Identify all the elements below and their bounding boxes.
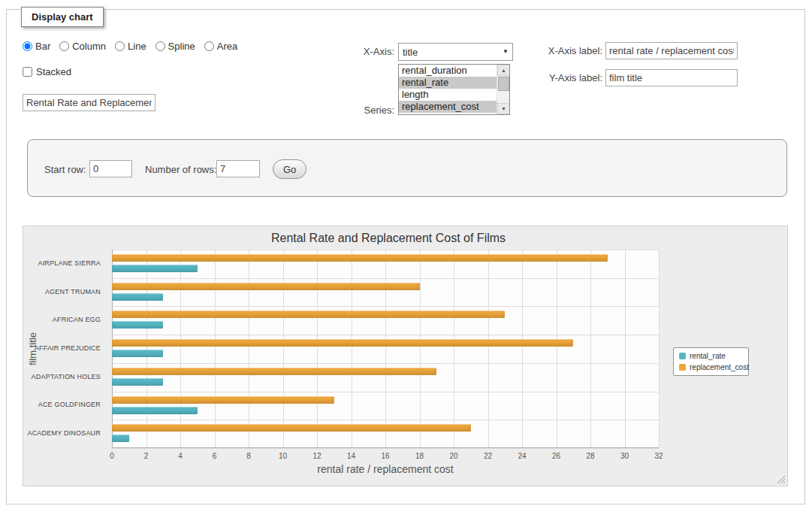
gridline-vertical [557, 250, 557, 448]
bar-rental_rate [112, 265, 198, 272]
bar-replacement_cost [112, 254, 608, 262]
gridline-vertical [249, 250, 249, 448]
bar-rental_rate [112, 321, 163, 329]
chart-type-label: Column [72, 41, 106, 52]
plot-area [112, 250, 659, 448]
gridline-vertical [522, 250, 523, 448]
legend-label: rental_rate [690, 352, 726, 360]
x-tick-label: 16 [381, 452, 389, 460]
stacked-option[interactable]: Stacked [23, 66, 71, 77]
chart-panel: Rental Rate and Replacement Cost of Film… [23, 226, 788, 486]
series-listbox: rental_durationrental_ratelengthreplacem… [398, 64, 510, 115]
series-option-length[interactable]: length [399, 89, 497, 101]
resize-grip-icon[interactable] [777, 475, 786, 484]
gridline-vertical [625, 250, 626, 448]
gridline-vertical [590, 250, 591, 448]
x-tick-label: 28 [586, 452, 594, 460]
legend-swatch-replacement_cost [679, 364, 686, 371]
series-option-rental_rate[interactable]: rental_rate [399, 77, 497, 89]
series-option-rental_duration[interactable]: rental_duration [399, 65, 497, 77]
chart-type-label: Area [217, 41, 237, 52]
stacked-checkbox[interactable] [23, 67, 32, 77]
chart-title: Rental Rate and Replacement Cost of Film… [23, 232, 753, 245]
chart-type-radio-bar[interactable] [23, 41, 32, 51]
x-tick-label: 22 [484, 452, 492, 460]
legend-item-rental_rate[interactable]: rental_rate [679, 352, 743, 360]
legend-item-replacement_cost[interactable]: replacement_cost [679, 363, 743, 371]
scrollbar-down-arrow-icon[interactable]: ▼ [497, 103, 510, 114]
bar-replacement_cost [112, 396, 334, 404]
gridline-vertical [659, 250, 660, 448]
chart-type-radio-column[interactable] [59, 41, 69, 51]
x-tick-label: 18 [415, 452, 424, 460]
bar-replacement_cost [112, 368, 436, 375]
y-axis-label-input[interactable] [605, 69, 738, 86]
bar-replacement_cost [112, 424, 471, 432]
y-axis-line [112, 250, 113, 448]
go-button[interactable]: Go [273, 159, 306, 179]
page-title: Display chart [21, 7, 104, 27]
category-label: AIRPLANE SIERRA [23, 259, 107, 267]
chart-type-radio-spline[interactable] [155, 41, 165, 51]
chart-type-option[interactable]: Column [59, 41, 106, 52]
chart-type-radio-group: BarColumnLineSplineArea [23, 41, 237, 52]
scrollbar-thumb[interactable] [498, 77, 509, 91]
x-axis-select-label: X-Axis: [338, 46, 394, 57]
scrollbar-up-arrow-icon[interactable]: ▲ [497, 65, 510, 76]
x-axis-tick-labels: 02468101214161820222426283032 [112, 452, 659, 462]
gridline-vertical [488, 250, 489, 448]
chart-type-label: Line [128, 41, 146, 52]
chart-type-option[interactable]: Spline [155, 41, 195, 52]
gridline-vertical [420, 250, 421, 448]
series-option-replacement_cost[interactable]: replacement_cost [399, 101, 497, 113]
rows-panel: Start row: Number of rows: Go [27, 139, 787, 197]
x-tick-label: 6 [213, 452, 217, 460]
category-label: AGENT TRUMAN [23, 288, 107, 295]
chart-title-input[interactable] [23, 94, 155, 111]
gridline-vertical [146, 250, 147, 448]
x-tick-label: 2 [144, 452, 149, 460]
x-tick-label: 4 [178, 452, 183, 460]
x-axis-label-label: X-Axis label: [533, 45, 602, 56]
x-axis-title: rental rate / replacement cost [112, 463, 659, 475]
x-axis-select-wrap: title ▼ [398, 43, 513, 61]
chart-type-radio-line[interactable] [115, 41, 125, 51]
x-tick-label: 24 [518, 452, 526, 460]
gridline-vertical [454, 250, 454, 448]
x-tick-label: 10 [279, 452, 287, 460]
chart-type-option[interactable]: Bar [23, 41, 50, 52]
chart-legend: rental_ratereplacement_cost [673, 347, 749, 376]
gridline-vertical [215, 250, 216, 448]
chart-type-option[interactable]: Line [115, 41, 146, 52]
gridline-vertical [385, 250, 386, 448]
start-row-input[interactable] [89, 160, 132, 177]
series-scrollbar[interactable]: ▲ ▼ [497, 65, 509, 114]
stacked-label: Stacked [36, 66, 71, 77]
bar-replacement_cost [112, 339, 573, 347]
chart-type-radio-area[interactable] [204, 41, 214, 51]
number-of-rows-input[interactable] [216, 160, 260, 177]
category-label: ACADEMY DINOSAUR [23, 429, 107, 437]
chart-type-label: Spline [168, 41, 195, 52]
gridline-horizontal [112, 448, 659, 449]
bar-rental_rate [112, 293, 163, 301]
bar-replacement_cost [112, 311, 505, 318]
x-tick-label: 14 [347, 452, 355, 460]
bar-replacement_cost [112, 283, 420, 290]
x-axis-select[interactable]: title [398, 43, 513, 61]
bar-rental_rate [112, 378, 163, 386]
x-axis-label-input[interactable] [605, 42, 738, 59]
x-tick-label: 12 [312, 452, 321, 460]
series-options-list: rental_durationrental_ratelengthreplacem… [399, 65, 497, 114]
gridline-vertical [317, 250, 318, 448]
chart-type-option[interactable]: Area [204, 41, 237, 52]
x-tick-label: 26 [552, 452, 560, 460]
series-select-label: Series: [338, 105, 394, 116]
gridline-vertical [180, 250, 181, 448]
category-label: AFRICAN EGG [23, 316, 107, 323]
y-axis-label-label: Y-Axis label: [533, 72, 602, 83]
x-tick-label: 32 [654, 452, 663, 460]
category-label: ADAPTATION HOLES [23, 373, 107, 380]
chart-type-label: Bar [35, 41, 50, 52]
x-tick-label: 0 [110, 452, 114, 460]
